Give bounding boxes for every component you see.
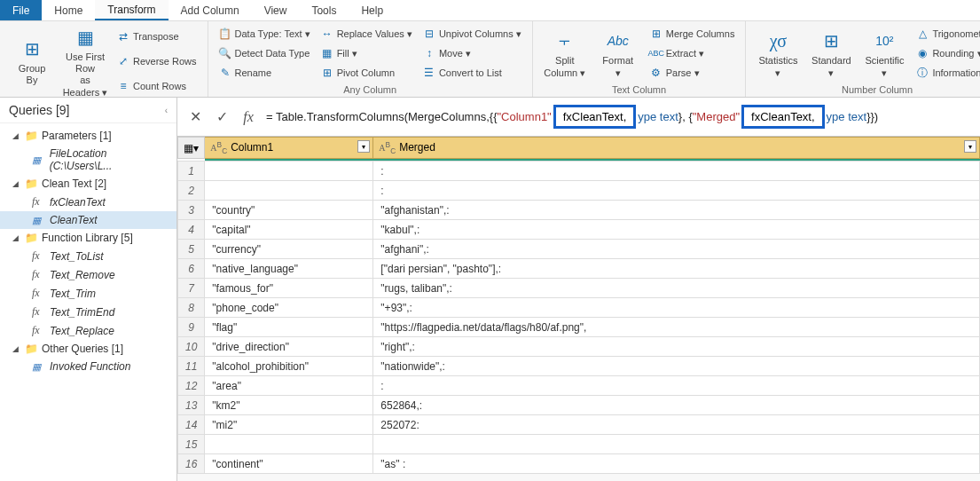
tab-add-column[interactable]: Add Column: [169, 0, 252, 20]
cell[interactable]: [205, 162, 373, 181]
table-row[interactable]: 8"phone_code""+93",:: [178, 298, 980, 318]
trig-button[interactable]: △Trigonometry ▾: [913, 27, 980, 42]
table-row[interactable]: 13 "km2"652864,:: [178, 396, 980, 415]
cell[interactable]: :: [373, 376, 980, 396]
cell[interactable]: "country": [205, 201, 373, 220]
cell[interactable]: "afghani",:: [373, 240, 980, 259]
row-number[interactable]: 12: [178, 376, 205, 396]
cell[interactable]: 652864,:: [373, 396, 980, 415]
tab-view[interactable]: View: [252, 0, 300, 20]
table-row[interactable]: 10"drive_direction""right",:: [178, 337, 980, 357]
accept-formula-button[interactable]: ✓: [213, 108, 231, 126]
table-corner[interactable]: ▦▾: [178, 138, 205, 159]
fx-button[interactable]: fx: [239, 108, 257, 126]
row-number[interactable]: 8: [178, 298, 205, 318]
table-row[interactable]: 14 "mi2"252072:: [178, 415, 980, 435]
query-item[interactable]: fxText_ToList: [0, 247, 176, 265]
cell[interactable]: :: [373, 162, 980, 181]
parse-button[interactable]: ⚙Parse ▾: [647, 66, 739, 81]
cell[interactable]: ["dari persian", "pashto"],:: [373, 259, 980, 279]
queries-header[interactable]: Queries [9] ‹: [0, 98, 176, 123]
cell[interactable]: [205, 435, 373, 454]
move-button[interactable]: ↕Move ▾: [419, 46, 525, 61]
row-number[interactable]: 1: [178, 162, 205, 181]
cell[interactable]: "flag": [205, 318, 373, 337]
table-row[interactable]: 9"flag""https://flagpedia.net/data/flags…: [178, 318, 980, 337]
row-number[interactable]: 13: [178, 396, 205, 415]
cell[interactable]: "famous_for": [205, 279, 373, 298]
cell[interactable]: 252072:: [373, 415, 980, 435]
column-header[interactable]: ABCMerged▾: [373, 138, 980, 159]
tab-help[interactable]: Help: [349, 0, 396, 20]
table-row[interactable]: 3"country""afghanistan",:: [178, 201, 980, 220]
query-item[interactable]: fxfxCleanText: [0, 193, 176, 211]
cell[interactable]: "rugs, taliban",:: [373, 279, 980, 298]
cell[interactable]: "nationwide",:: [373, 357, 980, 376]
format-button[interactable]: Abc Format ▾: [593, 25, 643, 83]
merge-columns-button[interactable]: ⊞Merge Columns: [647, 27, 739, 42]
count-rows-button[interactable]: ≡Count Rows: [114, 79, 200, 94]
row-number[interactable]: 16: [178, 454, 205, 474]
cell[interactable]: [373, 435, 980, 454]
row-number[interactable]: 9: [178, 318, 205, 337]
query-group[interactable]: ◢📁Parameters [1]: [0, 127, 176, 145]
cell[interactable]: [205, 181, 373, 201]
query-group[interactable]: ◢📁Function Library [5]: [0, 229, 176, 247]
cell[interactable]: "kabul",:: [373, 220, 980, 240]
row-number[interactable]: 10: [178, 337, 205, 357]
group-by-button[interactable]: ⊞ Group By: [7, 25, 57, 99]
split-column-button[interactable]: ⫟ Split Column ▾: [540, 25, 590, 83]
table-row[interactable]: 7"famous_for""rugs, taliban",:: [178, 279, 980, 298]
query-item[interactable]: ▦Invoked Function: [0, 358, 176, 375]
reverse-rows-button[interactable]: ⤢Reverse Rows: [114, 54, 200, 69]
cell[interactable]: "+93",:: [373, 298, 980, 318]
filter-icon[interactable]: ▾: [964, 140, 976, 153]
row-number[interactable]: 14: [178, 415, 205, 435]
table-row[interactable]: 15: [178, 435, 980, 454]
row-number[interactable]: 2: [178, 181, 205, 201]
query-group[interactable]: ◢📁Other Queries [1]: [0, 340, 176, 358]
cell[interactable]: "continent": [205, 454, 373, 474]
query-item[interactable]: fxText_Trim: [0, 284, 176, 303]
query-item[interactable]: fxText_TrimEnd: [0, 303, 176, 321]
query-item[interactable]: fxText_Remove: [0, 265, 176, 284]
row-number[interactable]: 11: [178, 357, 205, 376]
cell[interactable]: :: [373, 181, 980, 201]
cell[interactable]: "alcohol_prohibition": [205, 357, 373, 376]
cancel-formula-button[interactable]: ✕: [186, 108, 204, 126]
row-number[interactable]: 7: [178, 279, 205, 298]
table-row[interactable]: 1:: [178, 162, 980, 181]
cell[interactable]: "phone_code": [205, 298, 373, 318]
standard-button[interactable]: ⊞ Standard ▾: [806, 25, 856, 83]
table-row[interactable]: 12"area":: [178, 376, 980, 396]
detect-type-button[interactable]: 🔍Detect Data Type: [216, 46, 314, 61]
tab-tools[interactable]: Tools: [299, 0, 349, 20]
row-number[interactable]: 5: [178, 240, 205, 259]
query-item[interactable]: ▦CleanText: [0, 211, 176, 229]
cell[interactable]: "area": [205, 376, 373, 396]
cell[interactable]: "drive_direction": [205, 337, 373, 357]
cell[interactable]: "native_language": [205, 259, 373, 279]
convert-list-button[interactable]: ☰Convert to List: [419, 66, 525, 81]
table-row[interactable]: 6"native_language"["dari persian", "pash…: [178, 259, 980, 279]
query-group[interactable]: ◢📁Clean Text [2]: [0, 175, 176, 193]
pivot-button[interactable]: ⊞Pivot Column: [318, 66, 416, 81]
cell[interactable]: "https://flagpedia.net/data/flags/h80/af…: [373, 318, 980, 337]
replace-values-button[interactable]: ↔Replace Values ▾: [318, 27, 416, 42]
cell[interactable]: "as" :: [373, 454, 980, 474]
formula-input[interactable]: = Table.TransformColumns(MergeColumns,{{…: [266, 105, 971, 129]
query-item[interactable]: fxText_Replace: [0, 321, 176, 340]
table-row[interactable]: 5"currency""afghani",:: [178, 240, 980, 259]
cell[interactable]: "currency": [205, 240, 373, 259]
row-number[interactable]: 15: [178, 435, 205, 454]
cell[interactable]: "km2": [205, 396, 373, 415]
scientific-button[interactable]: 10² Scientific ▾: [859, 25, 909, 83]
table-row[interactable]: 4"capital""kabul",:: [178, 220, 980, 240]
row-number[interactable]: 4: [178, 220, 205, 240]
transpose-button[interactable]: ⇄Transpose: [114, 29, 200, 44]
column-header[interactable]: ABCColumn1▾: [205, 138, 373, 159]
statistics-button[interactable]: χσ Statistics ▾: [753, 25, 803, 83]
information-button[interactable]: ⓘInformation ▾: [913, 66, 980, 81]
table-row[interactable]: 2:: [178, 181, 980, 201]
extract-button[interactable]: ABCExtract ▾: [647, 46, 739, 61]
